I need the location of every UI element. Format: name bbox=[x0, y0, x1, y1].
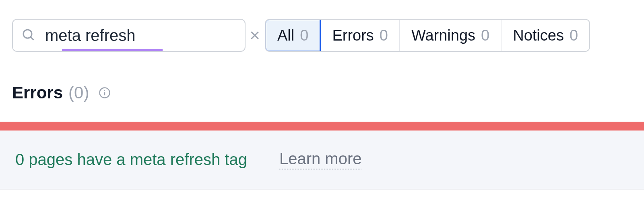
result-message: 0 pages have a meta refresh tag bbox=[15, 151, 247, 169]
svg-line-1 bbox=[31, 37, 34, 40]
top-controls-row: All 0 Errors 0 Warnings 0 Notices 0 bbox=[0, 0, 644, 52]
info-icon[interactable] bbox=[99, 87, 111, 99]
section-title: Errors bbox=[12, 83, 63, 102]
error-severity-bar bbox=[0, 122, 644, 131]
filter-label: Warnings bbox=[411, 27, 475, 44]
filter-label: All bbox=[277, 27, 294, 44]
svg-point-6 bbox=[104, 90, 105, 91]
filter-tabs: All 0 Errors 0 Warnings 0 Notices 0 bbox=[265, 19, 590, 52]
errors-section-header: Errors (0) bbox=[0, 83, 644, 102]
search-spellcheck-underline bbox=[62, 49, 163, 51]
search-box[interactable] bbox=[12, 19, 246, 52]
filter-count: 0 bbox=[481, 27, 489, 44]
search-input[interactable] bbox=[45, 27, 249, 45]
filter-tab-all[interactable]: All 0 bbox=[265, 19, 321, 52]
filter-tab-notices[interactable]: Notices 0 bbox=[502, 20, 589, 51]
filter-count: 0 bbox=[300, 27, 308, 44]
section-count: (0) bbox=[68, 83, 89, 102]
filter-count: 0 bbox=[570, 27, 578, 44]
result-row[interactable]: 0 pages have a meta refresh tag Learn mo… bbox=[0, 131, 644, 190]
svg-point-0 bbox=[23, 30, 32, 38]
learn-more-link[interactable]: Learn more bbox=[279, 150, 362, 169]
filter-count: 0 bbox=[380, 27, 388, 44]
filter-tab-errors[interactable]: Errors 0 bbox=[321, 20, 400, 51]
filter-label: Errors bbox=[332, 27, 374, 44]
clear-icon[interactable] bbox=[249, 29, 261, 41]
filter-tab-warnings[interactable]: Warnings 0 bbox=[400, 20, 502, 51]
search-icon bbox=[21, 27, 35, 43]
filter-label: Notices bbox=[513, 27, 564, 44]
